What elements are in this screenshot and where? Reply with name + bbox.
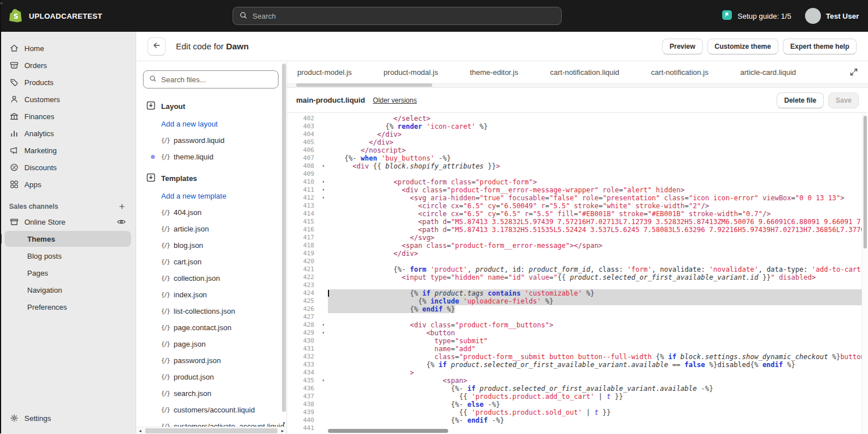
file-item[interactable]: {/} index.json (145, 286, 281, 303)
code-line[interactable]: 428▾ <div class="product-form__buttons"> (287, 321, 868, 329)
code-line[interactable]: 415 <path d="M5.87413 3.52832L5.97439 7.… (287, 218, 868, 226)
file-browser-vertical-scrollbar[interactable] (281, 61, 286, 427)
code-line[interactable]: 413 <circle cx="6.5" cy="6.50049" r="5.5… (287, 202, 868, 210)
code-line[interactable]: 437 {{ 'products.product.add_to_cart' | … (287, 393, 868, 401)
file-item[interactable]: {/} 404.json (145, 204, 281, 221)
sidebar-item-blog-posts[interactable]: Blog posts (5, 248, 131, 264)
code-line[interactable]: 421 {%- form 'product', product, id: pro… (287, 266, 868, 273)
file-item[interactable]: {/} collection.json (145, 270, 281, 286)
code-line[interactable]: 423 (287, 281, 868, 289)
code-line[interactable]: 425 {% include 'uploadcare-fields' %} (287, 297, 868, 305)
user-menu[interactable]: Test User (805, 8, 859, 24)
tab[interactable]: cart-notification.liquid (550, 68, 619, 77)
sidebar-item-orders[interactable]: Orders (5, 57, 131, 73)
file-search[interactable] (143, 70, 279, 89)
file-item[interactable]: {/} blog.json (145, 237, 281, 254)
sidebar-item-settings[interactable]: Settings (5, 410, 131, 426)
code-line[interactable]: 436 {%- if product.selected_or_first_ava… (287, 385, 868, 393)
file-item[interactable]: {/} password.json (145, 352, 281, 369)
code-line[interactable]: 414 <circle cx="6.5" cy="6.5" r="5.5" fi… (287, 210, 868, 218)
scroll-right-arrow[interactable]: ▸ (279, 428, 286, 433)
add-sales-channel-button[interactable] (117, 202, 127, 211)
code-line[interactable]: 420 (287, 258, 868, 266)
code-line[interactable]: 422 <input type="hidden" name="id" value… (287, 273, 868, 281)
delete-file-button[interactable]: Delete file (777, 92, 824, 108)
sidebar-item-customers[interactable]: Customers (5, 91, 131, 107)
code-line[interactable]: 407 {%- when 'buy_buttons' -%} (287, 154, 868, 162)
preview-button[interactable]: Preview (662, 39, 702, 54)
code-line[interactable]: 432 class="product-form__submit button b… (287, 353, 868, 361)
file-item[interactable]: {/} product.json (145, 369, 281, 385)
file-item[interactable]: {/} cart.json (145, 254, 281, 270)
fold-arrow-icon[interactable]: ▾ (319, 186, 328, 194)
sidebar-item-online-store[interactable]: Online Store (5, 214, 131, 230)
file-item[interactable]: {/} theme.liquid (145, 149, 281, 165)
file-item[interactable]: {/} password.liquid (145, 132, 281, 149)
tab[interactable]: product-modal.js (384, 68, 438, 77)
sidebar-item-preferences[interactable]: Preferences (5, 299, 131, 315)
fold-arrow-icon[interactable]: ▾ (319, 377, 328, 385)
code-line[interactable]: 406 </noscript> (287, 146, 868, 154)
file-item[interactable]: {/} search.json (145, 385, 281, 402)
section-layout[interactable]: Layout (145, 96, 281, 116)
file-item[interactable]: {/} page.json (145, 336, 281, 352)
fold-arrow-icon[interactable]: ▾ (319, 329, 328, 337)
sidebar-item-themes[interactable]: Themes (5, 231, 131, 247)
back-button[interactable] (148, 37, 166, 56)
shopify-logo-icon[interactable]: S (9, 8, 24, 24)
code-line[interactable]: 424 {% if product.tags contains 'customi… (287, 289, 868, 297)
expert-theme-help-button[interactable]: Expert theme help ▾ (783, 39, 857, 54)
customize-theme-button[interactable]: Customize theme (707, 39, 778, 54)
view-store-eye-icon[interactable] (116, 217, 127, 227)
code-line[interactable]: 410▾ <product-form class="product-form"> (287, 178, 868, 186)
editor-horizontal-scrollbar[interactable] (328, 427, 861, 434)
code-line[interactable]: 419 </div> (287, 250, 868, 258)
code-line[interactable]: 411▾ <div class="product-form__error-mes… (287, 186, 868, 194)
tab[interactable]: article-card.liquid (740, 68, 796, 77)
sidebar-item-pages[interactable]: Pages (5, 265, 131, 281)
code-line[interactable]: 403 {% render 'icon-caret' %} (287, 123, 868, 130)
fold-arrow-icon[interactable]: ▾ (319, 321, 328, 329)
add-template-link[interactable]: Add a new template (145, 188, 281, 204)
sidebar-item-navigation[interactable]: Navigation (5, 282, 131, 298)
code-line[interactable]: 438 {%- else -%} (287, 401, 868, 408)
code-line[interactable]: 404 </div> (287, 130, 868, 138)
scroll-left-arrow[interactable]: ◂ (136, 428, 144, 433)
code-area[interactable]: 402 </select>403 {% render 'icon-caret' … (287, 113, 868, 434)
fold-arrow-icon[interactable]: ▾ (319, 178, 328, 186)
code-line[interactable]: 434 > (287, 369, 868, 377)
editor-vertical-scrollbar[interactable] (862, 113, 868, 434)
file-browser-horizontal-scrollbar[interactable]: ◂ ▸ (136, 427, 286, 434)
code-line[interactable]: 429▾ <button (287, 329, 868, 337)
tab[interactable]: theme-editor.js (470, 68, 518, 77)
sidebar-item-apps[interactable]: Apps (5, 176, 131, 192)
global-search[interactable] (233, 7, 562, 25)
expand-icon[interactable] (849, 67, 859, 77)
older-versions-link[interactable]: Older versions (373, 96, 416, 104)
code-line[interactable]: 418 <span class="product-form__error-mes… (287, 242, 868, 250)
file-search-input[interactable] (161, 75, 273, 84)
sidebar-item-marketing[interactable]: Marketing (5, 142, 131, 158)
file-item[interactable]: {/} page.contact.json (145, 319, 281, 336)
code-line[interactable]: 416 <path d="M5.87413 3.17832H5.51535L5.… (287, 226, 868, 234)
fold-arrow-icon[interactable]: ▾ (319, 162, 328, 170)
section-templates[interactable]: Templates (145, 168, 281, 188)
code-line[interactable]: 440 {%- endif -%} (287, 416, 868, 424)
code-line[interactable]: 439 {{ 'products.product.sold_out' | t }… (287, 408, 868, 416)
code-line[interactable]: 408▾ <div {{ block.shopify_attributes }}… (287, 162, 868, 170)
search-input[interactable] (252, 12, 555, 20)
file-item[interactable]: {/} list-collections.json (145, 303, 281, 319)
sidebar-item-analytics[interactable]: Analytics (5, 125, 131, 141)
code-line[interactable]: 427 (287, 313, 868, 321)
file-item[interactable]: {/} customers/account.liquid (145, 402, 281, 418)
setup-guide[interactable]: Setup guide: 1/5 (722, 10, 791, 22)
scroll-down-arrow[interactable]: ▾ (281, 419, 286, 427)
sidebar-item-products[interactable]: Products (5, 74, 131, 90)
tab[interactable]: product-model.js (297, 68, 352, 77)
code-line[interactable]: 430 type="submit" (287, 337, 868, 345)
sidebar-item-discounts[interactable]: Discounts (5, 159, 131, 175)
fold-arrow-icon[interactable]: ▾ (319, 194, 328, 202)
code-line[interactable]: 433 {% if product.selected_or_first_avai… (287, 361, 868, 369)
tab-scrollbar[interactable] (287, 83, 868, 87)
code-line[interactable]: 412▾ <svg aria-hidden="true" focusable="… (287, 194, 868, 202)
